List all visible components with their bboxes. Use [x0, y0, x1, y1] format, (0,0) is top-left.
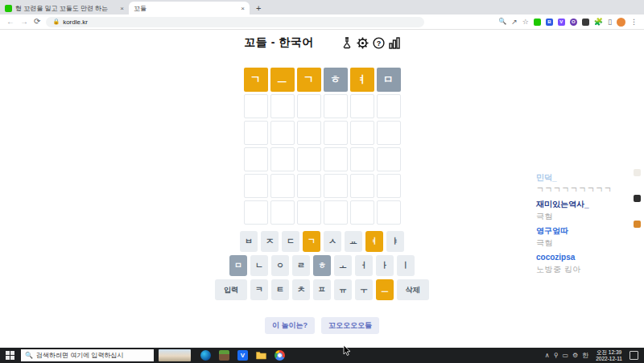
- key-삭제[interactable]: 삭제: [397, 279, 429, 300]
- tray-settings-icon[interactable]: ⚙: [572, 353, 578, 359]
- gear-icon[interactable]: [357, 37, 369, 49]
- grid-tile-empty: [377, 121, 401, 145]
- key-ㅌ[interactable]: ㅌ: [271, 279, 289, 300]
- browser-tab-kordle[interactable]: 꼬들 ×: [129, 2, 250, 14]
- key-ㅗ[interactable]: ㅗ: [334, 255, 352, 276]
- grid-tile-empty: [377, 200, 401, 225]
- kooodle-button[interactable]: 꼬오오오오들: [321, 317, 379, 334]
- key-ㅠ[interactable]: ㅠ: [334, 279, 352, 300]
- extension-green-icon[interactable]: [534, 19, 541, 26]
- minecraft-icon[interactable]: [219, 350, 229, 361]
- tray-kor-icon[interactable]: 한: [582, 353, 588, 359]
- clock-date: 2022-12-11: [596, 356, 622, 362]
- extension-o-icon[interactable]: O: [570, 19, 577, 26]
- grid-tile: ㅡ: [270, 68, 295, 92]
- flask-icon[interactable]: [341, 37, 353, 49]
- grid-tile-empty: [350, 174, 374, 198]
- search-placeholder: 검색하려면 여기에 입력하십시: [36, 351, 123, 360]
- tab-close-icon[interactable]: ×: [120, 5, 124, 12]
- grid-tile-empty: [297, 121, 321, 145]
- system-tray: ∧ ⚲ ▭ ⚙ 한 오전 12:39 2022-12-11: [545, 349, 644, 362]
- extension-b-icon[interactable]: B: [546, 19, 553, 26]
- taskbar-clock[interactable]: 오전 12:39 2022-12-11: [592, 349, 625, 362]
- chat-avatar: [634, 221, 641, 228]
- tray-expand-icon[interactable]: ∧: [545, 353, 550, 359]
- key-ㅎ[interactable]: ㅎ: [313, 255, 331, 276]
- stats-icon[interactable]: [389, 37, 400, 49]
- footer-buttons: 이 놀이는? 꼬오오오오들: [0, 317, 644, 334]
- chat-overlay: 민덕_ㄱㄱㄱㄱㄱㄱㄱㄱㄱ재미있는역사_극혐영구엎따극혐cocozipsa노방중 …: [536, 173, 633, 277]
- tray-link-icon[interactable]: ⚲: [554, 353, 559, 359]
- extensions-puzzle-icon[interactable]: 🧩: [594, 19, 603, 26]
- grid-tile-empty: [297, 94, 321, 118]
- sidebar-icon[interactable]: ▯: [608, 19, 612, 26]
- taskbar-search[interactable]: 🔍 검색하려면 여기에 입력하십시: [21, 349, 154, 361]
- grid-tile-empty: [297, 174, 321, 198]
- key-ㅅ[interactable]: ㅅ: [324, 231, 341, 252]
- grid-tile-empty: [324, 121, 348, 145]
- key-ㅑ[interactable]: ㅑ: [386, 231, 404, 252]
- header-icons: ?: [341, 37, 400, 49]
- key-ㅈ[interactable]: ㅈ: [261, 231, 279, 252]
- search-icon: 🔍: [25, 352, 33, 359]
- action-center-icon[interactable]: [630, 351, 638, 360]
- key-ㄷ[interactable]: ㄷ: [282, 231, 299, 252]
- key-ㅍ[interactable]: ㅍ: [313, 279, 331, 300]
- menu-dots-icon[interactable]: ⋮: [630, 19, 638, 26]
- grid-tile-empty: [270, 94, 295, 118]
- keyboard-row: ㅁㄴㅇㄹㅎㅗㅓㅏㅣ: [215, 255, 429, 276]
- key-ㅕ[interactable]: ㅕ: [365, 231, 383, 252]
- grid-tile: ㄱ: [244, 68, 268, 92]
- address-bar[interactable]: 🔒 kordle.kr: [46, 17, 424, 27]
- start-button-icon[interactable]: [6, 351, 14, 360]
- tab-title: 형 꼬련을 밀고 꼬들도 만련 하는: [15, 4, 117, 13]
- browser-tab-blog[interactable]: 형 꼬련을 밀고 꼬들도 만련 하는 ×: [0, 2, 129, 14]
- v-app-icon[interactable]: V: [237, 350, 248, 361]
- share-icon[interactable]: ↗: [511, 19, 518, 26]
- tray-lang-icon[interactable]: ▭: [562, 353, 568, 359]
- key-ㅡ[interactable]: ㅡ: [376, 279, 394, 300]
- grid-tile: ㅕ: [350, 68, 374, 92]
- key-ㅣ[interactable]: ㅣ: [397, 255, 415, 276]
- help-icon[interactable]: ?: [373, 37, 385, 49]
- grid-tile-empty: [244, 147, 268, 171]
- grid-tile-empty: [377, 147, 401, 171]
- lock-icon: 🔒: [52, 19, 60, 25]
- key-ㅇ[interactable]: ㅇ: [271, 255, 289, 276]
- key-ㅓ[interactable]: ㅓ: [355, 255, 373, 276]
- grid-tile-empty: [244, 94, 268, 118]
- chat-username: 민덕_: [536, 173, 633, 183]
- back-icon[interactable]: ←: [6, 18, 14, 26]
- key-입력[interactable]: 입력: [215, 279, 247, 300]
- weather-widget[interactable]: [159, 349, 191, 361]
- key-ㅏ[interactable]: ㅏ: [376, 255, 394, 276]
- key-ㄹ[interactable]: ㄹ: [292, 255, 310, 276]
- extension-dark-icon[interactable]: [582, 19, 589, 26]
- key-ㅁ[interactable]: ㅁ: [229, 255, 247, 276]
- edge-icon[interactable]: [200, 350, 211, 361]
- chrome-icon[interactable]: [275, 350, 285, 361]
- new-tab-button[interactable]: +: [256, 2, 261, 14]
- profile-avatar[interactable]: [617, 18, 625, 27]
- about-game-button[interactable]: 이 놀이는?: [265, 317, 315, 334]
- key-ㅜ[interactable]: ㅜ: [355, 279, 373, 300]
- grid-tile-empty: [297, 200, 321, 225]
- key-ㄴ[interactable]: ㄴ: [250, 255, 268, 276]
- clock-time: 오전 12:39: [596, 349, 622, 356]
- extension-v-icon[interactable]: V: [558, 19, 565, 26]
- key-ㄱ[interactable]: ㄱ: [303, 231, 320, 252]
- key-ㅋ[interactable]: ㅋ: [250, 279, 268, 300]
- keyboard-row: 입력ㅋㅌㅊㅍㅠㅜㅡ삭제: [215, 279, 429, 300]
- key-ㅂ[interactable]: ㅂ: [240, 231, 258, 252]
- blog-favicon-icon: [5, 5, 12, 12]
- reload-icon[interactable]: ⟳: [34, 18, 40, 26]
- zoom-icon[interactable]: 🔍: [498, 19, 506, 25]
- key-ㅊ[interactable]: ㅊ: [292, 279, 310, 300]
- tab-close-icon[interactable]: ×: [241, 5, 245, 12]
- file-explorer-icon[interactable]: [256, 350, 266, 361]
- chat-avatar: [634, 195, 641, 202]
- bookmark-star-icon[interactable]: ☆: [522, 19, 529, 26]
- forward-icon[interactable]: →: [20, 18, 28, 26]
- chat-username: 재미있는역사_: [536, 200, 633, 209]
- key-ㅛ[interactable]: ㅛ: [345, 231, 362, 252]
